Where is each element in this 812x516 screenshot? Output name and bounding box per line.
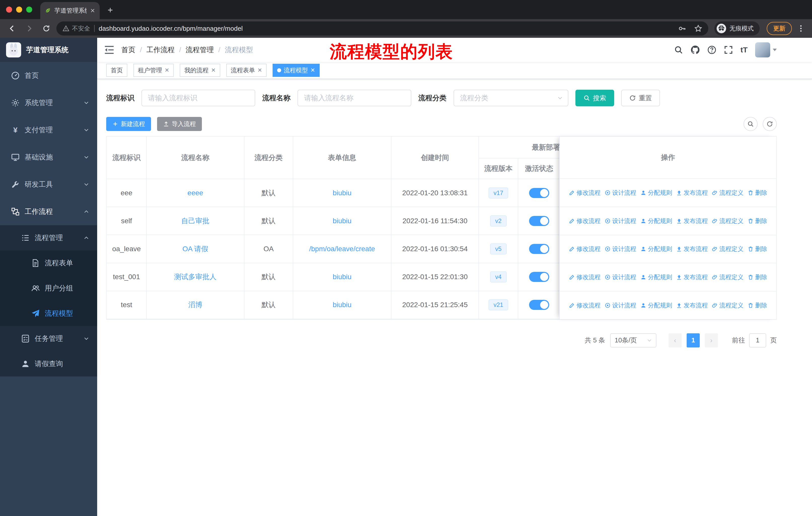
window-minimize-button[interactable]: [16, 6, 22, 12]
publish-process-link[interactable]: 发布流程: [676, 273, 708, 281]
tag-close-icon[interactable]: ✕: [310, 67, 315, 73]
sidebar-collapse-icon[interactable]: [104, 45, 114, 55]
address-bar[interactable]: 不安全 dashboard.yudao.iocoder.cn/bpm/manag…: [56, 21, 708, 35]
next-page-button[interactable]: ›: [705, 333, 718, 348]
status-toggle[interactable]: [529, 272, 549, 282]
sidebar-item-process-model[interactable]: 流程模型: [0, 301, 97, 326]
breadcrumb-process-manage[interactable]: 流程管理: [186, 45, 214, 55]
delete-process-link[interactable]: 删除: [748, 217, 767, 225]
page-size-select[interactable]: 10条/页: [610, 333, 657, 348]
tag-tenant[interactable]: 租户管理 ✕: [134, 64, 174, 77]
toggle-search-button[interactable]: [744, 117, 758, 131]
form-link[interactable]: biubiu: [333, 189, 352, 197]
create-process-button[interactable]: 新建流程: [106, 117, 151, 131]
category-select[interactable]: 流程分类: [454, 90, 568, 106]
reload-button[interactable]: [39, 21, 53, 35]
process-definition-link[interactable]: 流程定义: [712, 245, 744, 253]
assign-rule-link[interactable]: 分配规则: [640, 217, 672, 225]
modify-process-link[interactable]: 修改流程: [569, 273, 601, 281]
sidebar-item-process-manage[interactable]: 流程管理: [0, 225, 97, 250]
tab-close-icon[interactable]: [90, 7, 96, 13]
tag-close-icon[interactable]: ✕: [165, 67, 169, 73]
page-number-button[interactable]: 1: [687, 333, 700, 348]
process-name-input[interactable]: [297, 90, 411, 106]
modify-process-link[interactable]: 修改流程: [569, 217, 601, 225]
breadcrumb-home[interactable]: 首页: [121, 45, 136, 55]
process-name-link[interactable]: eeee: [187, 189, 203, 197]
status-toggle[interactable]: [529, 216, 549, 226]
browser-menu-button[interactable]: [795, 24, 807, 32]
tag-home[interactable]: 首页: [106, 64, 127, 77]
github-icon[interactable]: [691, 45, 700, 54]
design-process-link[interactable]: 设计流程: [605, 245, 636, 253]
goto-page-input[interactable]: [749, 333, 766, 348]
sidebar-item-home[interactable]: 首页: [0, 62, 97, 89]
browser-tab[interactable]: 芋道管理系统: [40, 2, 100, 19]
sidebar-item-process-form[interactable]: 流程表单: [0, 250, 97, 276]
forward-button[interactable]: [22, 21, 36, 35]
publish-process-link[interactable]: 发布流程: [676, 189, 708, 197]
tag-close-icon[interactable]: ✕: [211, 67, 215, 73]
delete-process-link[interactable]: 删除: [748, 245, 767, 253]
publish-process-link[interactable]: 发布流程: [676, 245, 708, 253]
back-button[interactable]: [5, 21, 19, 35]
key-icon[interactable]: [678, 24, 686, 32]
import-process-button[interactable]: 导入流程: [157, 117, 202, 131]
delete-process-link[interactable]: 删除: [748, 301, 767, 309]
tag-close-icon[interactable]: ✕: [258, 67, 262, 73]
status-toggle[interactable]: [529, 300, 549, 310]
prev-page-button[interactable]: ‹: [669, 333, 682, 348]
new-tab-button[interactable]: [103, 2, 118, 18]
browser-update-button[interactable]: 更新: [767, 22, 792, 35]
window-close-button[interactable]: [6, 6, 12, 12]
sidebar-item-system[interactable]: 系统管理: [0, 89, 97, 116]
design-process-link[interactable]: 设计流程: [605, 273, 636, 281]
modify-process-link[interactable]: 修改流程: [569, 301, 601, 309]
form-link[interactable]: /bpm/oa/leave/create: [309, 245, 375, 253]
tag-process-model[interactable]: 流程模型 ✕: [272, 64, 319, 77]
incognito-profile-chip[interactable]: 无痕模式: [714, 21, 760, 35]
bookmark-star-icon[interactable]: [694, 24, 702, 32]
app-logo[interactable]: 芋道管理系统: [0, 38, 97, 62]
process-definition-link[interactable]: 流程定义: [712, 301, 744, 309]
process-definition-link[interactable]: 流程定义: [712, 217, 744, 225]
assign-rule-link[interactable]: 分配规则: [640, 301, 672, 309]
tag-process-form[interactable]: 流程表单 ✕: [226, 64, 266, 77]
help-icon[interactable]: [707, 45, 716, 54]
tag-my-process[interactable]: 我的流程 ✕: [180, 64, 220, 77]
status-toggle[interactable]: [529, 244, 549, 254]
process-definition-link[interactable]: 流程定义: [712, 273, 744, 281]
modify-process-link[interactable]: 修改流程: [569, 245, 601, 253]
form-link[interactable]: biubiu: [333, 217, 352, 225]
sidebar-item-devtools[interactable]: 研发工具: [0, 171, 97, 198]
process-id-input[interactable]: [141, 90, 255, 106]
user-menu[interactable]: [755, 42, 777, 57]
publish-process-link[interactable]: 发布流程: [676, 217, 708, 225]
sidebar-item-task-manage[interactable]: 任务管理: [0, 326, 97, 351]
status-toggle[interactable]: [529, 188, 549, 198]
assign-rule-link[interactable]: 分配规则: [640, 245, 672, 253]
form-link[interactable]: biubiu: [333, 301, 352, 309]
sidebar-item-payment[interactable]: ¥ 支付管理: [0, 116, 97, 144]
publish-process-link[interactable]: 发布流程: [676, 301, 708, 309]
breadcrumb-workflow[interactable]: 工作流程: [146, 45, 175, 55]
sidebar-item-leave-query[interactable]: 请假查询: [0, 351, 97, 376]
search-icon[interactable]: [674, 45, 683, 54]
window-zoom-button[interactable]: [26, 6, 32, 12]
process-name-link[interactable]: 测试多审批人: [174, 273, 216, 281]
process-name-link[interactable]: OA 请假: [182, 245, 208, 253]
sidebar-item-workflow[interactable]: 工作流程: [0, 198, 97, 225]
sidebar-item-infrastructure[interactable]: 基础设施: [0, 144, 97, 171]
reset-button[interactable]: 重置: [621, 90, 660, 106]
assign-rule-link[interactable]: 分配规则: [640, 273, 672, 281]
security-indicator[interactable]: 不安全: [62, 24, 90, 32]
font-size-icon[interactable]: tT: [741, 46, 748, 54]
delete-process-link[interactable]: 删除: [748, 273, 767, 281]
process-definition-link[interactable]: 流程定义: [712, 189, 744, 197]
assign-rule-link[interactable]: 分配规则: [640, 189, 672, 197]
design-process-link[interactable]: 设计流程: [605, 217, 636, 225]
design-process-link[interactable]: 设计流程: [605, 301, 636, 309]
sidebar-item-user-group[interactable]: 用户分组: [0, 276, 97, 301]
delete-process-link[interactable]: 删除: [748, 189, 767, 197]
process-name-link[interactable]: 滔博: [188, 301, 202, 309]
